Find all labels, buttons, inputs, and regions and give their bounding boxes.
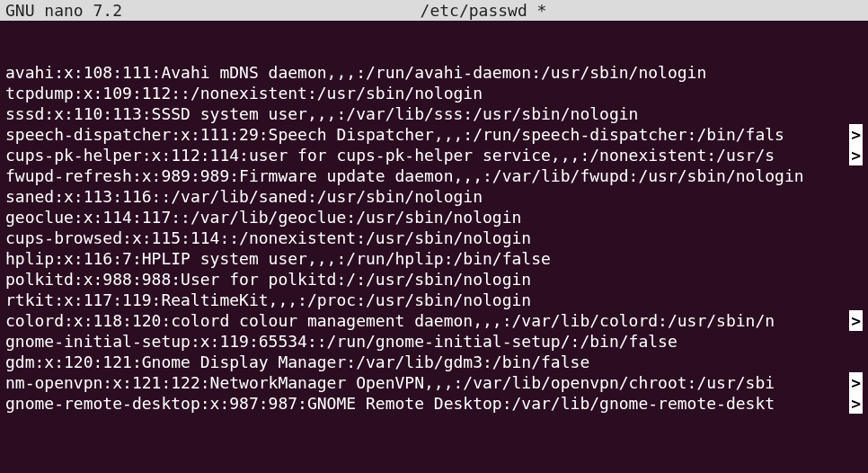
file-line: nm-openvpn:x:121:122:NetworkManager Open… — [5, 372, 863, 393]
file-line: geoclue:x:114:117::/var/lib/geoclue:/usr… — [5, 207, 863, 228]
line-text: sssd:x:110:113:SSSD system user,,,:/var/… — [5, 103, 638, 124]
file-line: fwupd-refresh:x:989:989:Firmware update … — [5, 165, 863, 186]
file-line: polkitd:x:988:988:User for polkitd:/:/us… — [5, 269, 863, 290]
continuation-marker: > — [849, 393, 863, 414]
line-text: avahi:x:108:111:Avahi mDNS daemon,,,:/ru… — [5, 62, 706, 83]
line-text: gnome-initial-setup:x:119:65534::/run/gn… — [5, 331, 678, 352]
line-text: nm-openvpn:x:121:122:NetworkManager Open… — [5, 372, 775, 393]
file-line: colord:x:118:120:colord colour managemen… — [5, 310, 863, 331]
line-text: cups-pk-helper:x:112:114:user for cups-p… — [5, 145, 775, 165]
continuation-marker: > — [849, 310, 863, 331]
file-line: tcpdump:x:109:112::/nonexistent:/usr/sbi… — [5, 83, 863, 103]
file-line: speech-dispatcher:x:111:29:Speech Dispat… — [5, 124, 863, 145]
line-text: cups-browsed:x:115:114::/nonexistent:/us… — [5, 228, 531, 248]
file-line: cups-browsed:x:115:114::/nonexistent:/us… — [5, 228, 863, 248]
line-text: colord:x:118:120:colord colour managemen… — [5, 310, 775, 331]
line-text: hplip:x:116:7:HPLIP system user,,,:/run/… — [5, 248, 551, 269]
continuation-marker: > — [849, 124, 863, 145]
line-text: gdm:x:120:121:Gnome Display Manager:/var… — [5, 352, 589, 372]
line-text: polkitd:x:988:988:User for polkitd:/:/us… — [5, 269, 531, 290]
continuation-marker: > — [849, 372, 863, 393]
file-line: avahi:x:108:111:Avahi mDNS daemon,,,:/ru… — [5, 62, 863, 83]
app-name: GNU nano 7.2 — [5, 0, 122, 21]
line-text: rtkit:x:117:119:RealtimeKit,,,:/proc:/us… — [5, 290, 531, 310]
titlebar: GNU nano 7.2 /etc/passwd * — [0, 0, 868, 21]
titlebar-right-pad — [845, 0, 863, 21]
line-text: gnome-remote-desktop:x:987:987:GNOME Rem… — [5, 393, 775, 414]
line-text: tcpdump:x:109:112::/nonexistent:/usr/sbi… — [5, 83, 483, 103]
continuation-marker: > — [849, 145, 863, 165]
file-line: sssd:x:110:113:SSSD system user,,,:/var/… — [5, 103, 863, 124]
file-line: cups-pk-helper:x:112:114:user for cups-p… — [5, 145, 863, 165]
file-line: gnome-initial-setup:x:119:65534::/run/gn… — [5, 331, 863, 352]
file-line: saned:x:113:116::/var/lib/saned:/usr/sbi… — [5, 186, 863, 207]
file-line: gnome-remote-desktop:x:987:987:GNOME Rem… — [5, 393, 863, 414]
file-line: gdm:x:120:121:Gnome Display Manager:/var… — [5, 352, 863, 372]
line-text: saned:x:113:116::/var/lib/saned:/usr/sbi… — [5, 186, 483, 207]
line-text: geoclue:x:114:117::/var/lib/geoclue:/usr… — [5, 207, 521, 228]
file-line: rtkit:x:117:119:RealtimeKit,,,:/proc:/us… — [5, 290, 863, 310]
line-text: fwupd-refresh:x:989:989:Firmware update … — [5, 165, 804, 186]
line-text: speech-dispatcher:x:111:29:Speech Dispat… — [5, 124, 784, 145]
editor-area[interactable]: avahi:x:108:111:Avahi mDNS daemon,,,:/ru… — [0, 21, 868, 473]
file-line: hplip:x:116:7:HPLIP system user,,,:/run/… — [5, 248, 863, 269]
file-name: /etc/passwd * — [122, 0, 845, 21]
